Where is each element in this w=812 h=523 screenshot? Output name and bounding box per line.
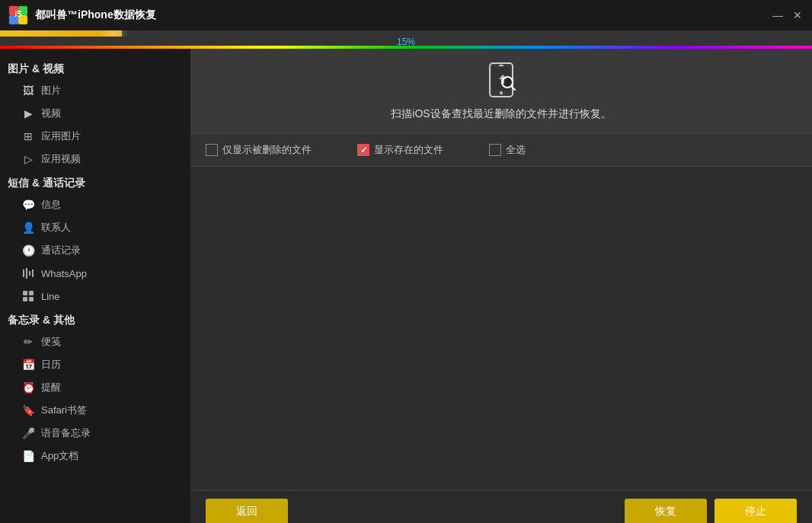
sidebar-item-safari[interactable]: 🔖 Safari书签 bbox=[0, 399, 190, 422]
contact-icon: 👤 bbox=[21, 221, 35, 234]
video-icon: ▶ bbox=[21, 107, 35, 120]
phone-icon-wrap bbox=[482, 61, 520, 101]
sidebar-item-messages-label: 信息 bbox=[41, 198, 61, 212]
progress-bar-wrapper: 15% bbox=[0, 30, 812, 46]
filter-all-label: 全选 bbox=[506, 143, 526, 157]
call-icon: 🕐 bbox=[21, 244, 35, 257]
svg-rect-7 bbox=[26, 268, 27, 279]
sidebar-item-line[interactable]: Line bbox=[0, 285, 190, 308]
svg-rect-8 bbox=[29, 271, 30, 276]
progress-bar-container bbox=[0, 30, 812, 37]
sidebar-item-app-photos-label: 应用图片 bbox=[41, 129, 81, 143]
sidebar-item-calendar[interactable]: 📅 日历 bbox=[0, 353, 190, 376]
sidebar-item-voice-memo[interactable]: 🎤 语音备忘录 bbox=[0, 422, 190, 445]
sidebar-item-calls-label: 通话记录 bbox=[41, 244, 81, 257]
minimize-button[interactable]: — bbox=[771, 8, 785, 22]
app-video-icon: ▷ bbox=[21, 152, 35, 166]
sidebar-item-whatsapp-label: WhatsApp bbox=[41, 268, 87, 279]
app-icon: iS bbox=[8, 5, 29, 26]
phone-scan-icon bbox=[482, 61, 520, 99]
sidebar: 图片 & 视频 🖼 图片 ▶ 视频 ⊞ 应用图片 ▷ 应用视频 短信 & 通话记… bbox=[0, 49, 190, 523]
whatsapp-icon bbox=[21, 266, 35, 280]
progress-percent-label: 15% bbox=[397, 37, 415, 47]
sidebar-item-app-photos[interactable]: ⊞ 应用图片 bbox=[0, 125, 190, 148]
category-notes-other: 备忘录 & 其他 bbox=[0, 308, 190, 330]
sidebar-item-contacts-label: 联系人 bbox=[41, 221, 71, 234]
sidebar-item-reminders[interactable]: ⏰ 提醒 bbox=[0, 376, 190, 399]
filter-all-checkbox[interactable] bbox=[489, 144, 501, 156]
svg-rect-10 bbox=[23, 291, 27, 295]
sidebar-item-messages[interactable]: 💬 信息 bbox=[0, 193, 190, 216]
voice-memo-icon: 🎤 bbox=[21, 426, 35, 440]
window-controls: — ✕ bbox=[771, 8, 804, 22]
title-bar: iS 都叫兽™iPhone数据恢复 — ✕ bbox=[0, 0, 812, 30]
filter-deleted-checkbox[interactable] bbox=[206, 144, 218, 156]
content-header: 扫描iOS设备查找最近删除的文件并进行恢复。 bbox=[190, 49, 812, 134]
svg-rect-12 bbox=[23, 297, 27, 301]
content-area: 扫描iOS设备查找最近删除的文件并进行恢复。 仅显示被删除的文件 显示存在的文件… bbox=[190, 49, 812, 523]
sidebar-item-app-videos-label: 应用视频 bbox=[41, 152, 81, 166]
sidebar-item-whatsapp[interactable]: WhatsApp bbox=[0, 262, 190, 285]
stop-button[interactable]: 停止 bbox=[714, 499, 797, 523]
svg-rect-17 bbox=[499, 65, 504, 66]
safari-icon: 🔖 bbox=[21, 403, 35, 417]
sidebar-item-safari-label: Safari书签 bbox=[41, 403, 87, 417]
sidebar-item-calls[interactable]: 🕐 通话记录 bbox=[0, 239, 190, 262]
sidebar-item-notes-label: 便笺 bbox=[41, 335, 61, 349]
svg-point-16 bbox=[500, 91, 503, 94]
category-photos-videos: 图片 & 视频 bbox=[0, 56, 190, 79]
filter-existing-checkbox[interactable] bbox=[357, 144, 369, 156]
photo-icon: 🖼 bbox=[21, 84, 35, 97]
filter-row: 仅显示被删除的文件 显示存在的文件 全选 bbox=[190, 134, 812, 167]
sidebar-item-line-label: Line bbox=[41, 291, 60, 302]
content-body bbox=[190, 167, 812, 490]
message-icon: 💬 bbox=[21, 198, 35, 212]
progress-bar-fill bbox=[0, 30, 122, 37]
main-layout: 图片 & 视频 🖼 图片 ▶ 视频 ⊞ 应用图片 ▷ 应用视频 短信 & 通话记… bbox=[0, 49, 812, 523]
filter-deleted-only[interactable]: 仅显示被删除的文件 bbox=[206, 143, 312, 157]
filter-select-all[interactable]: 全选 bbox=[489, 143, 526, 157]
sidebar-item-notes[interactable]: ✏ 便笺 bbox=[0, 330, 190, 353]
sidebar-item-videos[interactable]: ▶ 视频 bbox=[0, 102, 190, 125]
sidebar-item-app-videos[interactable]: ▷ 应用视频 bbox=[0, 148, 190, 171]
app-title: 都叫兽™iPhone数据恢复 bbox=[35, 8, 156, 22]
category-messages-calls: 短信 & 通话记录 bbox=[0, 171, 190, 193]
scan-description: 扫描iOS设备查找最近删除的文件并进行恢复。 bbox=[391, 107, 611, 121]
close-button[interactable]: ✕ bbox=[791, 8, 804, 22]
filter-deleted-label: 仅显示被删除的文件 bbox=[222, 143, 312, 157]
sidebar-item-calendar-label: 日历 bbox=[41, 358, 61, 372]
sidebar-item-photos[interactable]: 🖼 图片 bbox=[0, 79, 190, 102]
sidebar-item-reminders-label: 提醒 bbox=[41, 381, 61, 394]
calendar-icon: 📅 bbox=[21, 358, 35, 372]
svg-rect-6 bbox=[23, 269, 24, 277]
app-doc-icon: 📄 bbox=[21, 449, 35, 463]
sidebar-item-voice-memo-label: 语音备忘录 bbox=[41, 426, 91, 440]
progress-shimmer bbox=[99, 30, 129, 37]
back-button[interactable]: 返回 bbox=[206, 499, 288, 523]
svg-rect-11 bbox=[29, 291, 34, 295]
svg-rect-9 bbox=[32, 269, 34, 277]
restore-button[interactable]: 恢复 bbox=[625, 499, 707, 523]
note-icon: ✏ bbox=[21, 335, 35, 349]
sidebar-item-photos-label: 图片 bbox=[41, 84, 61, 97]
sidebar-item-app-docs-label: App文档 bbox=[41, 449, 78, 463]
line-icon bbox=[21, 289, 35, 303]
sidebar-item-contacts[interactable]: 👤 联系人 bbox=[0, 216, 190, 239]
sidebar-item-app-docs[interactable]: 📄 App文档 bbox=[0, 445, 190, 467]
reminder-icon: ⏰ bbox=[21, 381, 35, 394]
app-photo-icon: ⊞ bbox=[21, 129, 35, 143]
svg-text:iS: iS bbox=[14, 10, 22, 18]
bottom-bar: 返回 恢复 停止 bbox=[190, 490, 812, 523]
sidebar-item-videos-label: 视频 bbox=[41, 107, 61, 120]
filter-existing-label: 显示存在的文件 bbox=[374, 143, 443, 157]
svg-rect-13 bbox=[29, 297, 34, 301]
filter-show-existing[interactable]: 显示存在的文件 bbox=[357, 143, 443, 157]
